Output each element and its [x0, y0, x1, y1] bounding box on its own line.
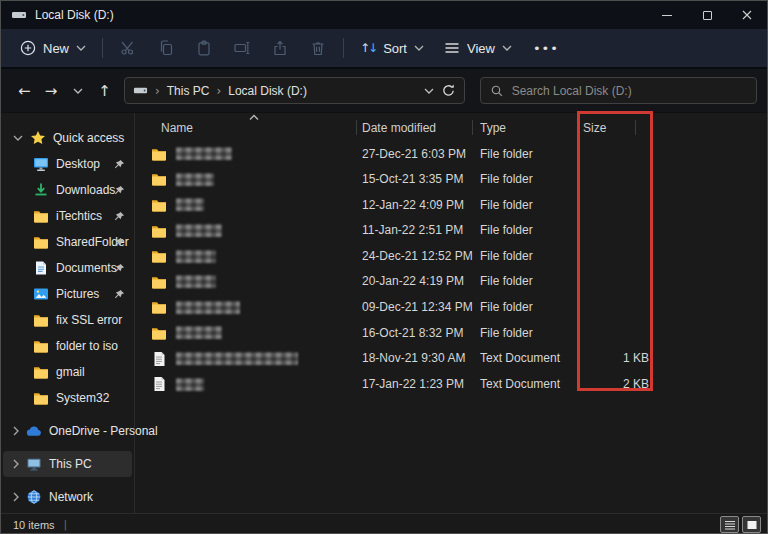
- sidebar-item-sharedfolder[interactable]: SharedFolder: [3, 229, 132, 255]
- chevron-right-icon[interactable]: [13, 459, 19, 469]
- folder-icon: [151, 299, 167, 315]
- folder-icon: [151, 146, 167, 162]
- type-cell: File folder: [480, 300, 533, 314]
- sidebar-item-pictures[interactable]: Pictures: [3, 281, 132, 307]
- close-button[interactable]: [727, 1, 767, 29]
- file-row[interactable]: 09-Dec-21 12:34 PM File folder: [135, 295, 767, 321]
- column-divider[interactable]: [356, 120, 357, 135]
- sidebar-item-this-pc[interactable]: This PC: [3, 451, 132, 477]
- search-icon: [490, 84, 504, 98]
- sidebar-item-quick-access[interactable]: Quick access: [3, 125, 132, 151]
- redacted-file-name: [176, 378, 204, 391]
- sidebar-item-label: Quick access: [53, 131, 124, 145]
- disk-drive-icon: [133, 83, 148, 98]
- chevron-down-icon[interactable]: [13, 133, 23, 143]
- file-row[interactable]: 11-Jan-22 2:51 PM File folder: [135, 218, 767, 244]
- details-view-icon: [724, 520, 736, 530]
- forward-button[interactable]: →: [38, 77, 65, 105]
- sidebar-item-label: Network: [49, 490, 93, 504]
- recent-locations-button[interactable]: [64, 77, 91, 105]
- breadcrumb-this-pc[interactable]: This PC: [167, 84, 210, 98]
- more-options-button[interactable]: •••: [523, 36, 569, 61]
- delete-button[interactable]: [300, 33, 336, 63]
- file-rows: 27-Dec-21 6:03 PM File folder 15-Oct-21 …: [135, 141, 767, 397]
- file-row[interactable]: 20-Jan-22 4:19 PM File folder: [135, 269, 767, 295]
- this-pc-icon: [26, 456, 42, 472]
- column-header-type[interactable]: Type: [480, 121, 506, 135]
- back-button[interactable]: ←: [11, 77, 38, 105]
- view-button-label: View: [467, 41, 495, 56]
- sidebar-item-network[interactable]: Network: [3, 484, 132, 510]
- column-header-name[interactable]: Name: [161, 121, 193, 135]
- disk-drive-icon: [11, 7, 27, 23]
- folder-icon: [33, 312, 49, 328]
- file-row[interactable]: 24-Dec-21 12:52 PM File folder: [135, 243, 767, 269]
- sidebar-item-gmail[interactable]: gmail: [3, 359, 132, 385]
- date-modified-cell: 11-Jan-22 2:51 PM: [362, 223, 463, 237]
- large-icons-view-button[interactable]: [742, 516, 761, 533]
- date-modified-cell: 18-Nov-21 9:30 AM: [362, 351, 465, 365]
- minimize-icon: [662, 15, 672, 16]
- maximize-button[interactable]: [687, 1, 727, 29]
- date-modified-cell: 20-Jan-22 4:19 PM: [362, 274, 464, 288]
- file-list-pane: Name Date modified Type Size 27-Dec-21 6…: [135, 113, 767, 513]
- share-button[interactable]: [262, 33, 298, 63]
- file-row[interactable]: 17-Jan-22 1:23 PM Text Document 2 KB: [135, 371, 767, 397]
- chevron-down-icon[interactable]: [424, 88, 434, 94]
- sidebar-item-fix-ssl-error[interactable]: fix SSL error: [3, 307, 132, 333]
- redacted-file-name: [176, 224, 222, 237]
- sort-button[interactable]: ↑↓ Sort: [351, 36, 433, 61]
- type-cell: File folder: [480, 223, 533, 237]
- sidebar-item-itechtics[interactable]: iTechtics: [3, 203, 132, 229]
- details-view-button[interactable]: [720, 516, 739, 533]
- chevron-right-icon[interactable]: [13, 426, 19, 436]
- chevron-right-icon[interactable]: [13, 492, 19, 502]
- up-button[interactable]: ↑: [91, 77, 118, 105]
- breadcrumb-local-disk-d[interactable]: Local Disk (D:): [228, 84, 307, 98]
- file-row[interactable]: 15-Oct-21 3:35 PM File folder: [135, 167, 767, 193]
- paste-button[interactable]: [186, 33, 222, 63]
- date-modified-cell: 24-Dec-21 12:52 PM: [362, 249, 473, 263]
- scissors-icon: [120, 40, 136, 56]
- text-document-icon: [151, 376, 167, 392]
- search-box[interactable]: Search Local Disk (D:): [480, 77, 757, 104]
- sidebar-item-label: System32: [56, 391, 109, 405]
- large-icons-view-icon: [746, 520, 758, 530]
- sidebar-item-onedrive[interactable]: OneDrive - Personal: [3, 418, 132, 444]
- chevron-down-icon: [76, 45, 86, 51]
- sidebar-item-folder-to-iso[interactable]: folder to iso: [3, 333, 132, 359]
- refresh-icon[interactable]: [441, 83, 456, 98]
- folder-icon: [33, 390, 49, 406]
- column-divider[interactable]: [472, 120, 473, 135]
- toolbar-separator: [102, 38, 103, 58]
- address-bar[interactable]: › This PC › Local Disk (D:): [124, 77, 465, 104]
- column-header-date-modified[interactable]: Date modified: [362, 121, 436, 135]
- folder-icon: [33, 364, 49, 380]
- sidebar-item-documents[interactable]: Documents: [3, 255, 132, 281]
- copy-button[interactable]: [148, 33, 184, 63]
- file-row[interactable]: 16-Oct-21 8:32 PM File folder: [135, 320, 767, 346]
- cut-button[interactable]: [110, 33, 146, 63]
- file-row[interactable]: 12-Jan-22 4:09 PM File folder: [135, 192, 767, 218]
- pin-icon: [114, 185, 125, 196]
- redacted-file-name: [176, 250, 216, 263]
- pin-icon: [114, 159, 125, 170]
- sidebar-item-desktop[interactable]: Desktop: [3, 151, 132, 177]
- new-button[interactable]: New: [11, 35, 95, 61]
- folder-icon: [33, 208, 49, 224]
- command-toolbar: New ↑↓ Sort View •••: [1, 29, 767, 69]
- redacted-file-name: [176, 352, 298, 365]
- folder-icon: [33, 338, 49, 354]
- type-cell: Text Document: [480, 351, 560, 365]
- column-divider[interactable]: [635, 120, 636, 135]
- file-row[interactable]: 27-Dec-21 6:03 PM File folder: [135, 141, 767, 167]
- sidebar-item-downloads[interactable]: Downloads: [3, 177, 132, 203]
- pin-icon: [114, 211, 125, 222]
- view-button[interactable]: View: [435, 35, 521, 61]
- sidebar-item-system32[interactable]: System32: [3, 385, 132, 411]
- file-row[interactable]: 18-Nov-21 9:30 AM Text Document 1 KB: [135, 346, 767, 372]
- minimize-button[interactable]: [647, 1, 687, 29]
- sidebar-item-label: folder to iso: [56, 339, 118, 353]
- rename-button[interactable]: [224, 33, 260, 63]
- column-header-size[interactable]: Size: [583, 121, 606, 135]
